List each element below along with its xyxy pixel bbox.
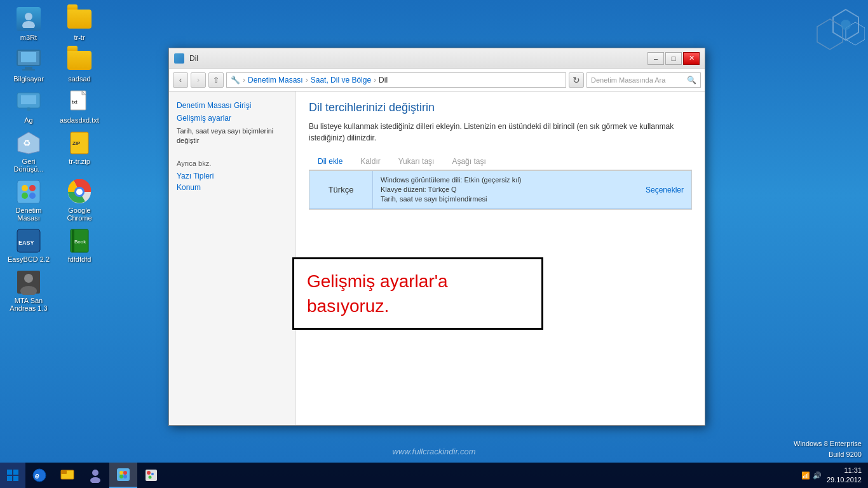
desktop-icon-google-chrome[interactable]: Google Chrome xyxy=(57,179,102,222)
os-name: Windows 8 Enterprise xyxy=(794,438,862,449)
addr-saat[interactable]: Saat, Dil ve Bölge xyxy=(311,76,371,85)
desktop-icon-ag-label: Ag xyxy=(24,116,32,124)
svg-rect-37 xyxy=(13,470,18,475)
taskbar-paint[interactable] xyxy=(137,463,165,488)
taskbar-icons: e xyxy=(25,463,165,488)
gelismis-ayarlar-link[interactable]: Gelişmiş ayarlar xyxy=(177,114,288,123)
denetim-masasi-giris-link[interactable]: Denetim Masası Girişi xyxy=(177,101,288,110)
search-placeholder: Denetim Masasında Ara xyxy=(591,76,687,84)
chrome-icon xyxy=(67,179,92,205)
title-bar-left: Dil xyxy=(174,53,198,64)
refresh-button[interactable]: ↻ xyxy=(569,72,584,88)
taskbar-ie[interactable]: e xyxy=(25,463,53,488)
taskbar-right: 📶 🔊 11:31 29.10.2012 xyxy=(801,466,868,485)
panel-description: Bu listeye kullanmak istediğiniz dilleri… xyxy=(309,121,692,144)
ie-icon: e xyxy=(32,468,47,483)
desktop-icon-m3rt[interactable]: m3Rt xyxy=(6,6,51,41)
also-section: Ayrıca bkz. Yazı Tipleri Konum xyxy=(177,159,288,193)
address-path: 🔧 › Denetim Masası › Saat, Dil ve Bölge … xyxy=(226,72,566,88)
title-bar-text: Dil xyxy=(189,54,198,63)
desktop-icon-fdfdfdfd[interactable]: Book fdfdfdfd xyxy=(57,228,102,263)
desktop-icon-bilgisayar[interactable]: Bilgisayar xyxy=(6,48,51,83)
back-button[interactable]: ‹ xyxy=(173,72,188,88)
desktop-icon-geri-donusum[interactable]: ♻ Geri Dönüşü... xyxy=(6,130,51,173)
panel-title: Dil tercihlerinizi değiştirin xyxy=(309,101,692,114)
desktop-icon-ag[interactable]: Ag xyxy=(6,89,51,124)
desktop-icon-denetim-masasi[interactable]: Denetim Masası xyxy=(6,179,51,222)
keyboard-layout: Klavye düzeni: Türkçe Q xyxy=(381,186,630,193)
close-button[interactable]: ✕ xyxy=(683,52,700,65)
also-label: Ayrıca bkz. xyxy=(177,159,288,167)
taskbar-explorer[interactable] xyxy=(53,463,81,488)
svg-point-17 xyxy=(22,185,28,191)
title-bar-controls: – □ ✕ xyxy=(648,52,700,65)
addr-sep-2: › xyxy=(306,76,308,85)
taskbar-control-panel[interactable] xyxy=(109,463,137,488)
top-right-decoration xyxy=(757,3,865,63)
windows-logo-icon xyxy=(6,469,19,482)
desktop-icon-fdfdfdfd-label: fdfdfdfd xyxy=(68,255,92,263)
desktop-icon-asdasdxd-txt[interactable]: txt asdasdxd.txt xyxy=(57,89,102,124)
desktop-icon-geri-donusum-label: Geri Dönüşü... xyxy=(6,158,51,173)
minimize-button[interactable]: – xyxy=(648,52,664,65)
svg-point-45 xyxy=(90,477,100,483)
svg-point-50 xyxy=(123,475,127,478)
recycle-icon: ♻ xyxy=(17,131,41,155)
addr-segment-1: 🔧 xyxy=(231,76,240,85)
desktop-icon-google-chrome-label: Google Chrome xyxy=(57,207,102,222)
language-list: Türkçe Windows görüntüleme dili: Etkin (… xyxy=(309,170,692,210)
svg-text:Book: Book xyxy=(74,239,86,245)
paint-icon xyxy=(144,468,159,483)
desktop-icon-tr-tr-zip-label: tr-tr.zip xyxy=(69,158,90,165)
svg-rect-3 xyxy=(21,52,36,62)
language-details-turkce: Windows görüntüleme dili: Etkin (geçersi… xyxy=(373,171,638,208)
svg-rect-46 xyxy=(117,468,130,481)
desktop-icon-sadsad[interactable]: sadsad xyxy=(57,48,102,83)
zip-file-icon: ZIP xyxy=(69,131,90,155)
svg-point-44 xyxy=(92,470,98,476)
dialog-window: Dil – □ ✕ ‹ › ⇧ 🔧 › Denetim Masası › Saa… xyxy=(168,48,705,426)
tab-dil-ekle[interactable]: Dil ekle xyxy=(309,153,351,170)
maximize-button[interactable]: □ xyxy=(665,52,682,65)
txt-file-icon: txt xyxy=(69,90,90,114)
annotation-text: Gelişmiş ayarlar'a basıyoruz. xyxy=(307,269,529,318)
language-row-turkce: Türkçe Windows görüntüleme dili: Etkin (… xyxy=(309,171,691,209)
svg-point-52 xyxy=(147,471,151,475)
clock-date: 29.10.2012 xyxy=(827,475,862,485)
title-bar-icon xyxy=(174,53,184,64)
green-book-icon: Book xyxy=(69,228,90,254)
konum-link[interactable]: Konum xyxy=(177,183,201,192)
addr-denetim[interactable]: Denetim Masası xyxy=(248,76,303,85)
title-bar: Dil – □ ✕ xyxy=(169,48,705,69)
addr-sep-1: › xyxy=(243,76,245,85)
search-box[interactable]: Denetim Masasında Ara 🔍 xyxy=(587,72,701,88)
annotation-box: Gelişmiş ayarlar'a basıyoruz. xyxy=(292,257,543,330)
up-button[interactable]: ⇧ xyxy=(208,72,224,88)
forward-button[interactable]: › xyxy=(191,72,206,88)
svg-text:EASY: EASY xyxy=(18,240,34,246)
start-button[interactable] xyxy=(0,463,25,488)
desktop-icon-mta-san-andreas[interactable]: MTA San Andreas 1.3 xyxy=(6,269,51,312)
svg-text:♻: ♻ xyxy=(23,138,31,148)
svg-marker-33 xyxy=(817,19,843,50)
mta-icon xyxy=(16,269,41,295)
desktop-icon-easybcd-label: EasyBCD 2.2 xyxy=(8,255,50,263)
desktop-icon-easybcd[interactable]: EASY EasyBCD 2.2 xyxy=(6,228,51,263)
language-options: Seçenekler xyxy=(638,171,691,208)
desktop-icon-tr-tr[interactable]: tr-tr xyxy=(57,6,102,41)
taskbar-person[interactable] xyxy=(81,463,109,488)
easybcd-icon: EASY xyxy=(16,228,41,254)
svg-point-35 xyxy=(841,20,851,30)
explorer-icon xyxy=(60,468,75,483)
change-date-format-text: Tarih, saat veya sayı biçimlerini değişt… xyxy=(177,126,288,146)
svg-point-1 xyxy=(22,21,35,28)
tab-yukari-tasi: Yukarı taşı xyxy=(390,153,444,170)
taskbar: e xyxy=(0,463,868,488)
desktop: m3Rt tr-tr xyxy=(0,0,868,488)
secenekler-link[interactable]: Seçenekler xyxy=(646,186,684,194)
folder-icon-sadsad xyxy=(67,51,92,70)
desktop-icon-tr-tr-zip[interactable]: ZIP tr-tr.zip xyxy=(57,130,102,173)
desktop-icon-sadsad-label: sadsad xyxy=(68,75,90,83)
yazi-tipleri-link[interactable]: Yazı Tipleri xyxy=(177,172,214,180)
taskbar-clock: 11:31 29.10.2012 xyxy=(827,466,862,485)
